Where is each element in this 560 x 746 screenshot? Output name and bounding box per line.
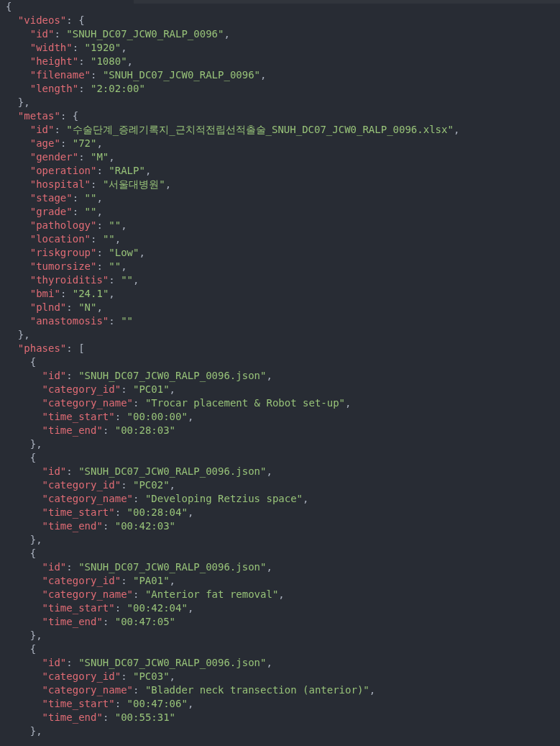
code-line: "time_start": "00:00:00", bbox=[0, 410, 560, 424]
code-line: "phases": [ bbox=[0, 342, 560, 355]
code-line: "anastomosis": "" bbox=[0, 314, 560, 328]
code-line: "time_start": "00:47:06", bbox=[0, 697, 560, 711]
code-line: }, bbox=[0, 437, 560, 451]
code-line: "width": "1920", bbox=[0, 41, 560, 55]
code-line: }, bbox=[0, 533, 560, 547]
code-line: "stage": "", bbox=[0, 191, 560, 205]
code-line: "category_name": "Anterior fat removal", bbox=[0, 588, 560, 601]
code-line: "category_id": "PC02", bbox=[0, 478, 560, 492]
code-line: }, bbox=[0, 724, 560, 738]
code-line: "riskgroup": "Low", bbox=[0, 246, 560, 260]
code-line: "id": "SNUH_DC07_JCW0_RALP_0096.json", bbox=[0, 465, 560, 478]
code-line: "id": "SNUH_DC07_JCW0_RALP_0096", bbox=[0, 27, 560, 41]
code-line: "time_end": "00:55:31" bbox=[0, 711, 560, 724]
code-line: }, bbox=[0, 629, 560, 642]
code-line: "length": "2:02:00" bbox=[0, 82, 560, 96]
code-block: { "videos": { "id": "SNUH_DC07_JCW0_RALP… bbox=[0, 0, 560, 745]
code-line: { bbox=[0, 547, 560, 560]
code-line: "location": "", bbox=[0, 232, 560, 246]
code-line: "grade": "", bbox=[0, 205, 560, 219]
code-line: "hospital": "서울대병원", bbox=[0, 178, 560, 191]
code-line: { bbox=[0, 642, 560, 656]
code-line: "videos": { bbox=[0, 14, 560, 27]
code-line: "category_id": "PA01", bbox=[0, 574, 560, 588]
code-line: "category_id": "PC01", bbox=[0, 383, 560, 396]
code-line: "id": "SNUH_DC07_JCW0_RALP_0096.json", bbox=[0, 369, 560, 383]
code-line: "category_name": "Developing Retzius spa… bbox=[0, 492, 560, 506]
code-line: "id": "SNUH_DC07_JCW0_RALP_0096.json", bbox=[0, 560, 560, 574]
code-line: "id": "SNUH_DC07_JCW0_RALP_0096.json", bbox=[0, 656, 560, 670]
code-line: "time_start": "00:42:04", bbox=[0, 601, 560, 615]
code-line: "pathology": "", bbox=[0, 219, 560, 232]
code-line: }, bbox=[0, 328, 560, 342]
code-line: }, bbox=[0, 96, 560, 109]
code-line: "id": "수술단계_증례기록지_근치적전립선적출술_SNUH_DC07_JC… bbox=[0, 123, 560, 137]
code-line: "category_name": "Trocar placement & Rob… bbox=[0, 396, 560, 410]
code-line: "tumorsize": "", bbox=[0, 260, 560, 273]
scrollbar-track bbox=[134, 0, 560, 4]
code-line: "time_start": "00:28:04", bbox=[0, 506, 560, 519]
code-line: "time_end": "00:42:03" bbox=[0, 519, 560, 533]
code-line: "gender": "M", bbox=[0, 150, 560, 164]
code-line: "category_id": "PC03", bbox=[0, 670, 560, 683]
code-line: "metas": { bbox=[0, 109, 560, 123]
code-line: { bbox=[0, 355, 560, 369]
code-line: "category_name": "Bladder neck transecti… bbox=[0, 683, 560, 697]
code-line: "thyroiditis": "", bbox=[0, 273, 560, 287]
code-line: "plnd": "N", bbox=[0, 301, 560, 314]
code-line: "bmi": "24.1", bbox=[0, 287, 560, 301]
code-line: "operation": "RALP", bbox=[0, 164, 560, 178]
code-line: "time_end": "00:47:05" bbox=[0, 615, 560, 629]
code-line: "height": "1080", bbox=[0, 55, 560, 68]
code-line: "age": "72", bbox=[0, 137, 560, 150]
code-line: "time_end": "00:28:03" bbox=[0, 424, 560, 437]
code-line: { bbox=[0, 451, 560, 465]
code-line: "filename": "SNUH_DC07_JCW0_RALP_0096", bbox=[0, 68, 560, 82]
